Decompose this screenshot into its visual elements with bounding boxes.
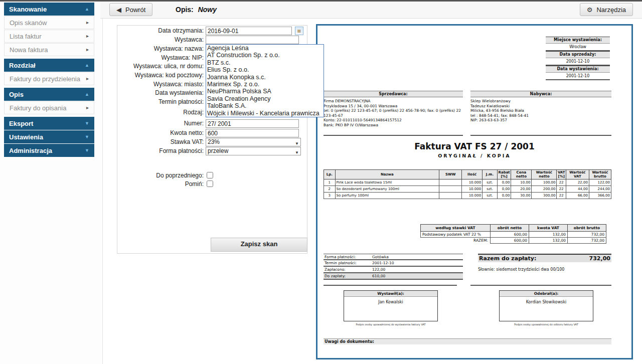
forma-platnosci-select[interactable]: przelew ▼: [206, 147, 301, 155]
chevron-up-icon: ▲: [85, 63, 89, 68]
seller-line: Przykładowa 15 / 34, 00-001 Warszawa: [324, 104, 463, 109]
separator-line: [470, 285, 611, 286]
item-row: 3 So perfumy 100ml 10.000 szt. 0,00 30,0…: [324, 193, 611, 199]
sidebar-item-faktury-do-opisania[interactable]: Faktury do opisania ▸: [4, 101, 94, 114]
sidebar-section-skanowanie[interactable]: Skanowanie ▲: [4, 3, 94, 16]
calendar-icon: ▦: [297, 29, 301, 33]
amount-in-words: Słownie: siedemset trzydzieści dwa 00/10…: [478, 267, 564, 272]
meta-value: 2001-12-10: [546, 58, 610, 66]
col-header: SWW: [439, 170, 462, 179]
payment-row: Zapłacono: 122,00: [324, 267, 463, 273]
supplier-option[interactable]: Agencja Leśna: [206, 45, 324, 52]
col-header: Cena netto: [511, 170, 532, 179]
supplier-option[interactable]: Marimex Sp. z o.o.: [206, 81, 324, 88]
chevron-down-icon: ▼: [85, 135, 89, 139]
supplier-option[interactable]: Elius Sp. z o.o.: [206, 66, 324, 73]
sidebar-item-opis-skanow[interactable]: Opis skanów ▸: [4, 16, 94, 29]
col-header: według stawki VAT: [421, 225, 491, 232]
chevron-down-icon: ▼: [85, 148, 89, 153]
buyer-line: Milicka, 43-956 Bielsko Biała: [470, 108, 611, 113]
invoice-document: Miejsce wystawienia: Wrocław Data sprzed…: [317, 26, 631, 358]
stawka-vat-select[interactable]: 23% ▼: [206, 138, 301, 146]
sidebar-section-ustawienia[interactable]: Ustawienia ▼: [4, 130, 94, 143]
chevron-down-icon: ▼: [85, 121, 89, 126]
supplier-option[interactable]: BTZ s.c.: [206, 59, 324, 66]
sidebar-section-label: Administracja: [9, 147, 52, 154]
separator-line: [324, 285, 457, 286]
wystawca-input[interactable]: [206, 36, 299, 44]
pomin-checkbox[interactable]: [207, 180, 213, 187]
do-poprzedniego-checkbox[interactable]: [207, 172, 213, 178]
field-label: Numer:: [117, 119, 204, 128]
sidebar-section-label: Skanowanie: [9, 6, 47, 13]
field-label: Rodzaj:: [117, 108, 204, 117]
buyer-line: NIP: 263-63-63-357: [470, 118, 611, 123]
supplier-option[interactable]: Savia Creation Agency: [206, 95, 324, 102]
field-label: Data otrzymania:: [117, 27, 204, 35]
form-row-kwota-netto: Kwota netto:: [117, 129, 307, 137]
supplier-option[interactable]: AT Construction Sp. z o.o.: [206, 52, 324, 59]
sidebar-section-opis[interactable]: Opis ▲: [4, 88, 94, 101]
signature-header: Odebrał(a):: [500, 291, 593, 297]
total-due-value: 732,00: [589, 255, 610, 262]
buyer-line: Sklep Wielobranżowy: [470, 99, 611, 104]
checkbox-label: Do poprzedniego:: [117, 171, 204, 180]
signature-box-issuer: Wystawił(a): Jan Kowalski: [344, 290, 438, 321]
forma-platnosci-value: przelew: [208, 147, 228, 154]
buyer-line: Tadeusz Kwiatkowski: [470, 104, 611, 109]
numer-input[interactable]: [206, 119, 299, 128]
sidebar-item-faktury-do-przydzielenia[interactable]: Faktury do przydzielenia ▸: [4, 72, 94, 85]
kwota-netto-input[interactable]: [206, 129, 299, 137]
back-arrow-icon: ◀: [116, 6, 121, 14]
col-header: VAT [%]: [557, 170, 566, 179]
form-row-stawka-vat: Stawka VAT: 23% ▼: [117, 138, 307, 146]
total-due-band: Razem do zapłaty: 732,00: [478, 254, 611, 262]
vat-total-label: RAZEM:: [421, 238, 491, 244]
signature-box-receiver: Odebrał(a): Kordian Słowikowski: [499, 290, 593, 321]
field-label: Wystawca: kod pocztowy:: [117, 71, 204, 80]
back-button[interactable]: ◀ Powrót: [109, 3, 152, 16]
data-otrzymania-input[interactable]: [206, 27, 292, 35]
sidebar-section-eksport[interactable]: Eksport ▼: [4, 117, 94, 130]
meta-label: Data wystawienia:: [546, 66, 610, 73]
supplier-option[interactable]: NeuPharma Polska SA: [206, 88, 324, 95]
col-header: Rabat [%]: [497, 170, 511, 179]
chevron-right-icon: ▸: [86, 105, 89, 110]
seller-line: Firma DEMONSTRACYJNA: [324, 99, 463, 104]
seller-line: Konto: 22-01011010-5649134864157512: [324, 118, 463, 123]
remarks-strip: Uwagi do dokumentu:: [324, 338, 611, 344]
sidebar-section-rozdzial[interactable]: Rozdział ▲: [4, 59, 94, 72]
stawka-vat-value: 23%: [208, 138, 220, 145]
total-due-label: Razem do zapłaty:: [479, 255, 536, 262]
col-header: J.m.: [483, 170, 498, 179]
chevron-up-icon: ▲: [85, 92, 89, 97]
col-header: Nazwa: [335, 170, 439, 179]
sidebar-section-administracja[interactable]: Administracja ▼: [4, 144, 94, 157]
sidebar-item-label: Faktury do opisania: [10, 104, 66, 112]
buyer-line: tel : 848-54-41; fax: 848-54-41: [470, 113, 611, 118]
supplier-option[interactable]: Joanna Konopka s.c.: [206, 74, 324, 81]
top-toolbar: ◀ Powrót Opis: Nowy ⚙ Narzędzia: [100, 2, 642, 19]
items-header-row: Lp. Nazwa SWW Ilość J.m. Rabat [%] Cena …: [324, 170, 611, 179]
save-scan-button[interactable]: Zapisz skan: [211, 238, 307, 252]
signature-caption: Podpis osoby upoważnionej do odbioru fak…: [499, 323, 593, 326]
supplier-option[interactable]: Wójcik i Milewski - Kancelaria prawnicza: [206, 110, 324, 117]
col-header: kwota VAT: [529, 225, 568, 232]
tools-button[interactable]: ⚙ Narzędzia: [580, 3, 633, 16]
supplier-option[interactable]: TaloBank S.A.: [206, 102, 324, 109]
field-label: Termin płatności:: [117, 98, 204, 106]
invoice-subtitle: ORYGINAŁ / KOPIA: [317, 153, 631, 158]
calendar-button[interactable]: ▦: [295, 27, 303, 35]
vat-total-row: RAZEM: 600,00 132,00 732,00: [421, 238, 606, 244]
sidebar-item-label: Lista faktur: [10, 33, 42, 40]
supplier-dropdown: Agencja Leśna AT Construction Sp. z o.o.…: [206, 44, 324, 117]
chevron-right-icon: ▸: [86, 76, 89, 81]
page-title-value: Nowy: [198, 6, 217, 14]
invoice-preview-panel: Miejsce wystawienia: Wrocław Data sprzed…: [316, 24, 633, 359]
sidebar-item-nowa-faktura[interactable]: Nowa faktura ▸: [4, 43, 94, 56]
signature-name: Kordian Słowikowski: [500, 300, 593, 304]
sidebar-item-lista-faktur[interactable]: Lista faktur ▸: [4, 30, 94, 43]
chevron-up-icon: ▲: [85, 7, 89, 12]
signature-caption: Podpis osoby upoważnionej do wystawienia…: [344, 323, 438, 326]
form-row-data-otrzymania: Data otrzymania: ▦: [117, 27, 307, 35]
